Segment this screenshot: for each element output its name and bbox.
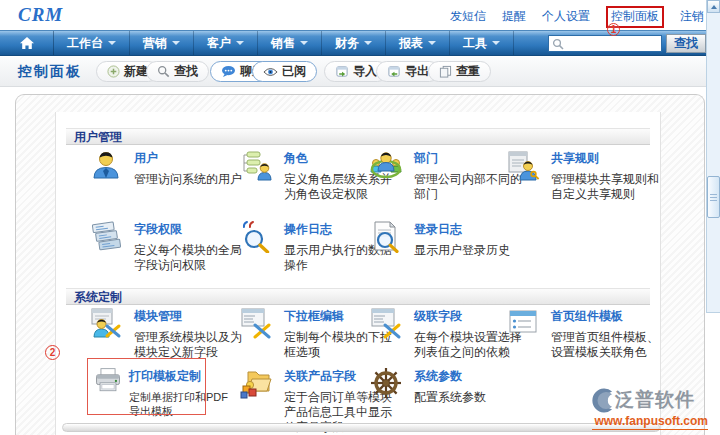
menu-finance[interactable]: 财务 xyxy=(322,31,386,55)
global-search-input[interactable] xyxy=(566,37,658,50)
brand-name: 泛普软件 xyxy=(615,387,695,413)
annotation-step-1: 1 xyxy=(607,23,620,36)
global-search-box xyxy=(548,35,662,52)
horizontal-scrollbar[interactable] xyxy=(62,423,660,432)
vertical-scrollbar[interactable] xyxy=(706,0,720,313)
homepage-template-icon xyxy=(506,306,540,340)
chevron-down-icon xyxy=(172,41,180,45)
card-title: 登录日志 xyxy=(414,221,526,238)
duplicate-check-icon xyxy=(439,65,452,78)
card-desc: 定义每个模块的全局字段访问权限 xyxy=(134,243,246,273)
module-card-department[interactable]: 部门 管理公司内部不同的部门 xyxy=(369,148,525,202)
operation-log-icon xyxy=(239,219,273,253)
module-card-field-permissions[interactable]: 字段权限 定义每个模块的全局字段访问权限 xyxy=(89,219,245,273)
find-button[interactable]: 查找 xyxy=(146,61,209,82)
fanpu-logo-icon xyxy=(592,388,613,413)
product-fields-icon xyxy=(239,366,273,400)
role-icon xyxy=(239,148,273,182)
menu-marketing[interactable]: 营销 xyxy=(130,31,194,55)
module-card-module-management[interactable]: 模块管理 管理系统模块以及为模块定义新字段 xyxy=(89,306,245,360)
print-template-highlight-box xyxy=(87,358,206,415)
header-links: 发短信 提醒 个人设置 控制面板 注销 xyxy=(450,8,704,26)
menu-tools[interactable]: 工具 xyxy=(450,31,514,55)
card-title: 首页组件模板 xyxy=(551,308,663,325)
chevron-down-icon xyxy=(236,41,244,45)
login-log-icon xyxy=(369,219,403,253)
card-title: 系统参数 xyxy=(414,368,526,385)
link-reminder[interactable]: 提醒 xyxy=(502,8,526,26)
dropdown-edit-icon xyxy=(239,306,273,340)
link-logout[interactable]: 注销 xyxy=(680,8,704,26)
chat-bubble-icon xyxy=(221,65,236,78)
card-desc: 显示用户登录历史 xyxy=(414,243,526,258)
module-card-homepage-component-template[interactable]: 首页组件模板 管理首页组件模板、设置模板关联角色 xyxy=(506,306,662,360)
card-desc: 管理首页组件模板、设置模板关联角色 xyxy=(551,330,663,360)
crm-logo: CRM xyxy=(18,4,63,26)
scrollbar-thumb[interactable] xyxy=(707,176,720,218)
card-desc: 管理系统模块以及为模块定义新字段 xyxy=(134,330,246,360)
page-title: 控制面板 xyxy=(18,63,82,81)
global-search-button[interactable]: 查找 xyxy=(666,34,706,53)
link-send-sms[interactable]: 发短信 xyxy=(450,8,486,26)
brand-url: www.fanpusoft.com xyxy=(592,414,708,430)
search-icon xyxy=(157,65,170,78)
menu-workbench[interactable]: 工作台 xyxy=(54,31,130,55)
module-card-user[interactable]: 用户 管理访问系统的用户 xyxy=(89,148,245,187)
read-button[interactable]: 已阅 xyxy=(252,61,317,82)
card-desc: 配置系统参数 xyxy=(414,390,526,405)
module-card-login-log[interactable]: 登录日志 显示用户登录历史 xyxy=(369,219,525,258)
card-desc: 管理访问系统的用户 xyxy=(134,172,246,187)
card-title: 用户 xyxy=(134,150,246,167)
export-icon xyxy=(387,65,401,78)
card-desc: 管理模块共享规则和自定义共享规则 xyxy=(551,172,663,202)
eye-icon xyxy=(263,67,278,77)
user-icon xyxy=(89,148,123,182)
chevron-down-icon xyxy=(428,41,436,45)
card-title: 字段权限 xyxy=(134,221,246,238)
chevron-down-icon xyxy=(300,41,308,45)
home-button[interactable] xyxy=(0,31,54,55)
field-permissions-icon xyxy=(89,219,123,253)
link-personal-settings[interactable]: 个人设置 xyxy=(542,8,590,26)
module-card-cascading-fields[interactable]: 级联字段 在每个模块设置选择列表值之间的依赖 xyxy=(369,306,525,360)
cascading-fields-icon xyxy=(369,306,403,340)
search-icon xyxy=(552,38,564,50)
department-icon xyxy=(369,148,403,182)
arrow-up-icon xyxy=(711,5,717,9)
menu-customer[interactable]: 客户 xyxy=(194,31,258,55)
chevron-down-icon xyxy=(492,41,500,45)
control-panel-board: 用户管理 用户 管理访问系统的用户 角色 定义角色层级关系并为角色设 xyxy=(55,112,661,435)
scroll-up-button[interactable] xyxy=(707,0,720,13)
annotation-step-2: 2 xyxy=(45,345,60,360)
module-management-icon xyxy=(89,306,123,340)
section-header-user-management: 用户管理 xyxy=(66,128,650,145)
page-toolbar: 控制面板 新建 查找 聊天 已阅 导入 xyxy=(0,57,720,87)
chevron-down-icon xyxy=(364,41,372,45)
sharing-rules-icon xyxy=(506,148,540,182)
import-icon xyxy=(335,65,349,78)
section-header-system-customization: 系统定制 xyxy=(66,288,650,305)
chevron-down-icon xyxy=(108,41,116,45)
plus-circle-icon xyxy=(107,65,120,78)
module-card-system-parameters[interactable]: 系统参数 配置系统参数 xyxy=(369,366,525,405)
card-title: 共享规则 xyxy=(551,150,663,167)
home-icon xyxy=(19,36,35,50)
fanpu-branding: 泛普软件 www.fanpusoft.com xyxy=(592,387,708,430)
menu-sales[interactable]: 销售 xyxy=(258,31,322,55)
dedupe-button[interactable]: 查重 xyxy=(428,61,491,82)
card-title: 模块管理 xyxy=(134,308,246,325)
menu-reports[interactable]: 报表 xyxy=(386,31,450,55)
module-card-sharing-rules[interactable]: 共享规则 管理模块共享规则和自定义共享规则 xyxy=(506,148,662,202)
system-parameters-icon xyxy=(369,366,403,400)
